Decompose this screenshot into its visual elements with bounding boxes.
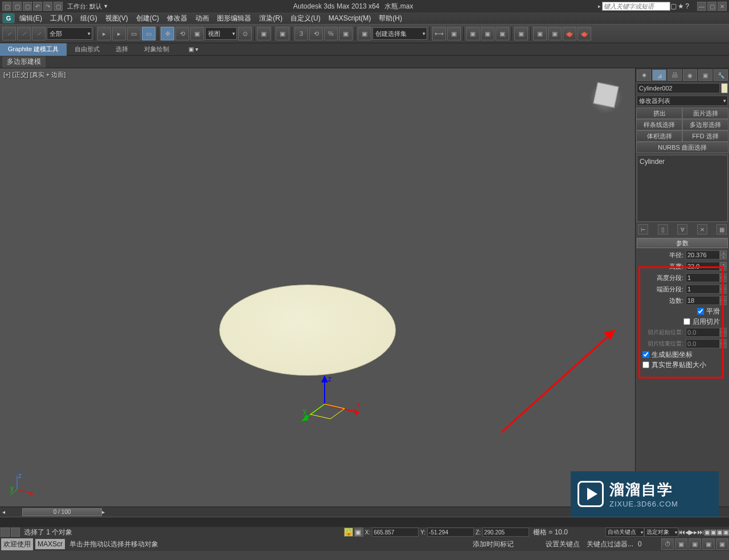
tab-motion[interactable]: ◉: [683, 69, 697, 81]
nav8-icon[interactable]: ▣: [716, 538, 728, 550]
scale-icon[interactable]: ▣: [190, 27, 204, 40]
spin-height[interactable]: 22.0: [686, 262, 720, 271]
tab-freeform[interactable]: 自由形式: [67, 43, 108, 56]
redo-icon[interactable]: ↷: [43, 2, 52, 11]
new-icon[interactable]: ▢: [2, 2, 11, 11]
save-icon[interactable]: ▢: [23, 2, 32, 11]
menu-customize[interactable]: 自定义(U): [287, 14, 324, 23]
render-icon[interactable]: 🫖: [563, 27, 576, 40]
bind-icon[interactable]: ⟋: [32, 27, 46, 40]
workspace-label[interactable]: 工作台: 默认: [67, 2, 102, 11]
mirror-icon[interactable]: ⟷: [432, 27, 446, 40]
viewport-label[interactable]: [+] [正交] [真实 + 边面]: [3, 71, 65, 79]
curve-editor-icon[interactable]: ▣: [481, 27, 494, 40]
keyfilter-button[interactable]: 关键点过滤器...: [587, 540, 638, 549]
snap-icon[interactable]: 3: [294, 27, 308, 40]
btn-polysel[interactable]: 多边形选择: [682, 119, 728, 130]
render-setup-icon[interactable]: ▣: [533, 27, 547, 40]
coord-x[interactable]: 665.857: [372, 528, 419, 537]
manip-icon[interactable]: ▣: [257, 27, 271, 40]
btn-ffdsel[interactable]: FFD 选择: [682, 130, 728, 142]
modifier-stack[interactable]: Cylinder: [637, 155, 728, 222]
goto-end-icon[interactable]: ⏭: [697, 528, 704, 536]
pivot-icon[interactable]: ⊙: [238, 27, 252, 40]
named-selset[interactable]: 创建选择集: [372, 27, 427, 40]
nav5-icon[interactable]: ▣: [675, 538, 687, 550]
unlink-icon[interactable]: ⟋: [17, 27, 31, 40]
named-selset-icon[interactable]: ▣: [358, 27, 371, 40]
render-frame-icon[interactable]: ▣: [548, 27, 562, 40]
key-target[interactable]: 选定对象: [644, 528, 678, 537]
show-end-icon[interactable]: ▯: [658, 224, 668, 234]
tab-hierarchy[interactable]: 品: [667, 69, 682, 81]
help-icon[interactable]: ?: [685, 2, 689, 10]
tab-create[interactable]: ✹: [637, 69, 651, 81]
nav2-icon[interactable]: ▣: [710, 528, 716, 536]
btn-nurbssel[interactable]: NURBS 曲面选择: [636, 142, 728, 153]
tab-selection[interactable]: 选择: [108, 43, 136, 56]
btn-extrude[interactable]: 挤出: [636, 108, 682, 119]
add-time-tag[interactable]: 添加时间标记: [469, 540, 517, 549]
lock-icon[interactable]: 🔒: [344, 528, 353, 537]
keymode-icon[interactable]: ▣: [276, 27, 289, 40]
object-name-input[interactable]: [637, 83, 720, 93]
time-thumb[interactable]: 0 / 100: [22, 508, 102, 516]
menu-edit[interactable]: 编辑(E): [16, 14, 46, 23]
undo-icon[interactable]: ↶: [33, 2, 42, 11]
nav6-icon[interactable]: ▣: [689, 538, 701, 550]
material-editor-icon[interactable]: ▣: [514, 27, 528, 40]
move-icon[interactable]: ✥: [161, 27, 174, 40]
menu-views[interactable]: 视图(V): [102, 14, 132, 23]
configure-icon[interactable]: ▦: [716, 224, 727, 234]
select-icon[interactable]: ▸: [97, 27, 111, 40]
spinner-snap-icon[interactable]: ▣: [339, 27, 353, 40]
coord-y[interactable]: -51.294: [427, 528, 474, 537]
close-icon[interactable]: ✕: [718, 2, 727, 11]
tab-graphite[interactable]: Graphite 建模工具: [0, 43, 67, 56]
goto-start-icon[interactable]: ⏮: [678, 528, 685, 536]
nav7-icon[interactable]: ▣: [702, 538, 715, 550]
btn-splinesel[interactable]: 样条线选择: [636, 119, 682, 130]
restore-icon[interactable]: ▢: [707, 2, 716, 11]
layer-icon[interactable]: ▣: [466, 27, 480, 40]
link-icon[interactable]: ▢: [54, 2, 63, 11]
frame-input[interactable]: 0: [638, 540, 661, 548]
minimize-icon[interactable]: —: [697, 2, 706, 11]
rotate-icon[interactable]: ⟲: [175, 27, 189, 40]
coord-z[interactable]: 290.205: [482, 528, 529, 537]
align-icon[interactable]: ▣: [447, 27, 461, 40]
menu-animation[interactable]: 动画: [192, 14, 212, 23]
chk-slice[interactable]: [683, 318, 690, 325]
chk-mapcoord[interactable]: [642, 351, 649, 358]
star-icon[interactable]: ★: [678, 2, 684, 10]
menu-grapheditors[interactable]: 图形编辑器: [214, 14, 255, 23]
spin-radius[interactable]: 20.376: [686, 250, 720, 260]
tab-modify[interactable]: ◢: [652, 69, 666, 81]
menu-group[interactable]: 组(G): [77, 14, 100, 23]
nav4-icon[interactable]: ▣: [723, 528, 729, 536]
btn-volsel[interactable]: 体积选择: [636, 130, 682, 142]
btn-patchsel[interactable]: 面片选择: [682, 108, 728, 119]
viewport[interactable]: [+] [正交] [真实 + 边面] x y z x y z: [0, 68, 635, 507]
object-color[interactable]: [721, 83, 728, 93]
menu-rendering[interactable]: 渲染(R): [256, 14, 286, 23]
link-icon[interactable]: ⟋: [2, 27, 16, 40]
ribbon-expand-icon[interactable]: ▣ ▾: [189, 46, 198, 52]
schematic-icon[interactable]: ▣: [495, 27, 509, 40]
chk-smooth[interactable]: [697, 308, 704, 315]
abs-rel-icon[interactable]: ▣: [354, 528, 363, 537]
nav1-icon[interactable]: ▣: [704, 528, 710, 536]
viewcube[interactable]: [587, 79, 625, 116]
chevron-down-icon[interactable]: ▸: [598, 3, 601, 9]
setkey-button[interactable]: 设置关键点: [546, 540, 587, 549]
menu-help[interactable]: 帮助(H): [375, 14, 406, 23]
play-icon[interactable]: ▶: [689, 528, 694, 536]
menu-tools[interactable]: 工具(T): [47, 14, 76, 23]
app-menu-button[interactable]: G: [2, 13, 15, 23]
chevron-down-icon[interactable]: ▼: [103, 3, 108, 9]
menu-maxscript[interactable]: MAXScript(M): [325, 14, 375, 22]
spin-heightsegs[interactable]: 1: [686, 273, 720, 282]
nav3-icon[interactable]: ▣: [716, 528, 723, 536]
mini-listener-icon[interactable]: [1, 528, 10, 537]
angle-snap-icon[interactable]: ⟲: [309, 27, 323, 40]
